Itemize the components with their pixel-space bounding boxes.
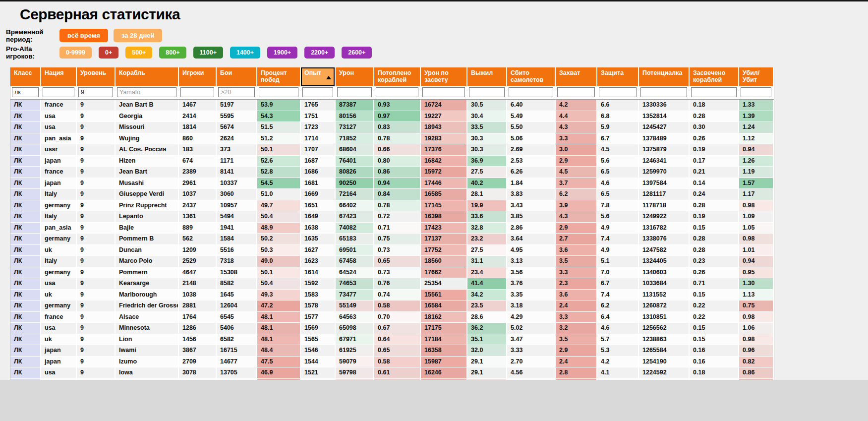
filter-input-9[interactable] [376, 87, 418, 97]
column-header-10[interactable]: Урон по засвету [421, 67, 467, 86]
rating-button-7[interactable]: 2200+ [304, 47, 335, 59]
filter-input-8[interactable] [337, 87, 372, 97]
column-header-4[interactable]: Игроки [179, 67, 217, 86]
filter-input-15[interactable] [640, 87, 687, 97]
rating-button-3[interactable]: 800+ [159, 47, 186, 59]
cell: 74082 [336, 223, 374, 234]
rating-button-2[interactable]: 500+ [125, 47, 152, 59]
table-row: ЛКuk9Duncan1209551650.31627695010.731775… [10, 245, 774, 256]
cell: 4.6 [597, 178, 639, 189]
column-header-12[interactable]: Сбито самолетов [507, 67, 556, 86]
cell: 5.50 [507, 122, 556, 133]
column-header-16[interactable]: Засвечено кораблей [690, 67, 739, 86]
filter-input-17[interactable] [741, 87, 771, 97]
cell: 30.5 [467, 100, 507, 111]
rating-button-5[interactable]: 1400+ [230, 47, 260, 59]
cell: 19227 [421, 111, 467, 122]
column-header-8[interactable]: Урон [336, 67, 374, 86]
cell: 1033684 [639, 278, 690, 290]
cell: 15308 [217, 267, 257, 279]
cell: 0.23 [690, 256, 739, 267]
filter-input-14[interactable] [599, 87, 637, 97]
filter-input-7[interactable] [302, 87, 333, 97]
period-button-1[interactable]: за 28 дней [114, 29, 163, 42]
cell: 1577 [301, 312, 336, 323]
filter-input-6[interactable] [259, 87, 298, 97]
filter-input-11[interactable] [469, 87, 505, 97]
cell: 2.8 [556, 367, 597, 379]
filter-input-2[interactable] [78, 87, 113, 97]
period-button-0[interactable]: всё время [59, 29, 108, 42]
cell: 17662 [421, 267, 467, 279]
filter-cell-3 [116, 86, 179, 99]
filter-input-0[interactable] [12, 87, 39, 97]
filter-input-4[interactable] [180, 87, 214, 97]
column-header-7[interactable]: Опыт [301, 67, 336, 86]
filter-input-5[interactable] [218, 87, 255, 97]
cell: 2.9 [556, 345, 597, 357]
cell: 7318 [217, 256, 257, 267]
filter-input-10[interactable] [422, 87, 465, 97]
cell: 0.19 [690, 144, 739, 156]
cell: 8141 [217, 167, 257, 178]
cell-ship-name: Wujing [116, 133, 179, 145]
cell: 5197 [217, 100, 257, 111]
column-header-2[interactable]: Уровень [77, 67, 116, 86]
rating-button-8[interactable]: 2600+ [342, 47, 372, 59]
column-header-15[interactable]: Потенциалка [639, 67, 690, 86]
cell: 1224592 [639, 367, 690, 379]
rating-button-4[interactable]: 1100+ [193, 47, 223, 59]
table-row: ЛКgermany9Friedrich der Grosse2881126044… [10, 301, 774, 312]
cell: 51.5 [257, 122, 301, 133]
cell: 0.28 [690, 245, 739, 256]
table-row: ЛКuk9Marlborough1038164549.31583734770.7… [10, 290, 774, 301]
rating-button-1[interactable]: 0+ [99, 47, 118, 59]
cell: 23.4 [467, 267, 507, 279]
cell: 3.5 [556, 256, 597, 267]
column-header-3[interactable]: Корабль [116, 67, 179, 86]
cell: 1178718 [639, 200, 690, 212]
column-header-1[interactable]: Нация [41, 67, 77, 86]
cell: 16398 [421, 211, 467, 223]
cell: 18943 [421, 122, 467, 133]
cell: 23.5 [467, 301, 507, 312]
filter-input-12[interactable] [509, 87, 553, 97]
cell: 9 [77, 111, 116, 122]
cell: 6.40 [507, 100, 556, 111]
column-header-11[interactable]: Выжил [467, 67, 507, 86]
column-header-9[interactable]: Потоплено кораблей [374, 67, 421, 86]
column-header-5[interactable]: Бои [217, 67, 257, 86]
cell-ship-name: Alsace [116, 312, 179, 323]
cell: 0.83 [374, 122, 421, 133]
cell: 28.6 [467, 312, 507, 323]
column-header-14[interactable]: Защита [597, 67, 639, 86]
cell: uk [41, 245, 77, 256]
filter-cell-9 [374, 86, 421, 99]
filter-input-16[interactable] [691, 87, 737, 97]
cell: 65098 [336, 323, 374, 334]
column-header-13[interactable]: Захват [556, 67, 597, 86]
filter-input-1[interactable] [43, 87, 74, 97]
filter-input-3[interactable] [117, 87, 176, 97]
cell: 9 [77, 133, 116, 145]
cell: 59798 [336, 367, 374, 379]
rating-button-0[interactable]: 0-9999 [59, 47, 92, 59]
column-header-17[interactable]: Убил/Убит [739, 67, 774, 86]
filter-input-13[interactable] [557, 87, 595, 97]
rating-button-6[interactable]: 1900+ [267, 47, 297, 59]
cell: 10957 [217, 200, 257, 212]
cell: 50.1 [257, 144, 301, 156]
cell-ship-name: Hizen [116, 156, 179, 167]
cell-ship-name: Lion [116, 334, 179, 346]
cell: 0.58 [374, 357, 421, 368]
column-header-0[interactable]: Класс [10, 67, 41, 86]
cell: 2.3 [556, 278, 597, 290]
cell: 1352814 [639, 111, 690, 122]
cell: 3.18 [507, 301, 556, 312]
cell: 3.47 [507, 334, 556, 346]
cell: 17423 [421, 223, 467, 234]
cell: 1456 [179, 334, 217, 346]
column-header-6[interactable]: Процент побед [257, 67, 301, 86]
cell: 59079 [336, 357, 374, 368]
cell: 1669 [301, 189, 336, 200]
